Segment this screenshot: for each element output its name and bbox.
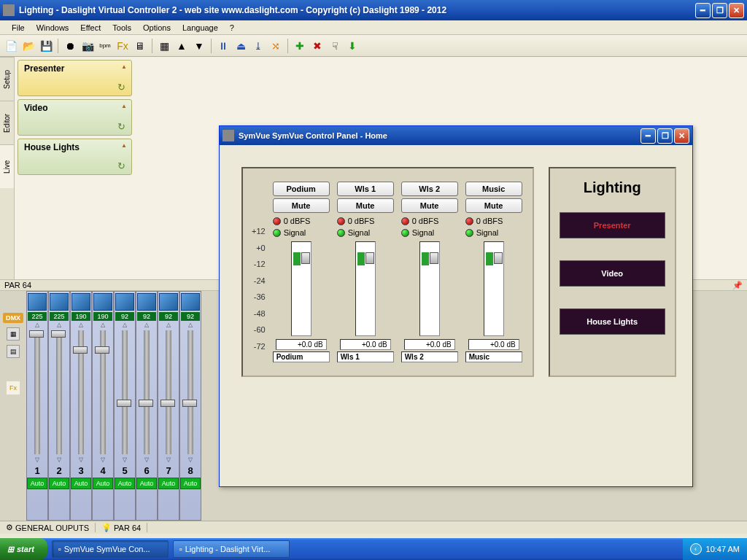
up-arrow-icon[interactable]: △ <box>79 322 83 328</box>
up-arrow-icon[interactable]: △ <box>35 322 39 328</box>
down-arrow-icon[interactable]: ▽ <box>79 456 83 463</box>
fader-knob[interactable] <box>117 400 131 407</box>
mute-button[interactable]: Mute <box>401 198 458 213</box>
palette-icon[interactable]: ▤ <box>7 345 20 358</box>
menu-effect[interactable]: Effect <box>74 22 107 34</box>
auto-button[interactable]: Auto <box>136 478 157 489</box>
lighting-preset-button[interactable]: House Lights <box>560 308 665 335</box>
down-arrow-icon[interactable]: ▽ <box>166 456 171 463</box>
rec-icon[interactable]: ⏺ <box>62 38 78 54</box>
auto-button[interactable]: Auto <box>93 478 113 489</box>
menu-file[interactable]: File <box>6 22 31 34</box>
up-arrow-icon[interactable]: △ <box>101 322 105 328</box>
lighting-preset-button[interactable]: Video <box>560 260 665 287</box>
fader-track[interactable] <box>56 330 62 454</box>
auto-button[interactable]: Auto <box>180 478 201 489</box>
mute-button[interactable]: Mute <box>337 198 394 213</box>
level-meter[interactable] <box>291 241 311 336</box>
tab-setup[interactable]: Setup <box>0 57 14 101</box>
fader-knob[interactable] <box>29 330 44 338</box>
cam-icon[interactable]: 📷 <box>80 38 96 54</box>
refresh-icon[interactable]: ↻ <box>117 160 125 171</box>
tray-expand-icon[interactable]: ‹ <box>690 543 702 555</box>
up-arrow-icon[interactable]: △ <box>57 322 61 328</box>
fader-track[interactable] <box>34 330 40 454</box>
eject-icon[interactable]: ⏏ <box>233 38 249 54</box>
auto-button[interactable]: Auto <box>27 478 47 489</box>
shuffle-icon[interactable]: ⤭ <box>268 38 284 54</box>
menu-windows[interactable]: Windows <box>31 22 75 34</box>
level-meter[interactable] <box>484 241 504 336</box>
menu-help[interactable]: ? <box>224 22 240 34</box>
fx-icon[interactable]: Fx <box>115 38 131 54</box>
tab-par64[interactable]: 💡PAR 64 <box>96 523 147 532</box>
add-icon[interactable]: ✚ <box>292 38 308 54</box>
channel-select-button[interactable]: Wls 1 <box>337 182 394 196</box>
channel-name-field[interactable]: Wls 1 <box>337 351 394 362</box>
refresh-icon[interactable]: ↻ <box>117 121 125 132</box>
up-arrow-icon[interactable]: △ <box>144 322 149 328</box>
channel-name-field[interactable]: Wls 2 <box>401 351 458 362</box>
down-icon[interactable]: ▼ <box>191 38 207 54</box>
pointer-icon[interactable]: ☟ <box>327 38 343 54</box>
channel-select-button[interactable]: Podium <box>273 182 330 196</box>
tab-editor[interactable]: Editor <box>0 101 14 144</box>
scene-video[interactable]: Video ▲ ↻ <box>18 99 132 136</box>
arrow-down-icon[interactable]: ⬇ <box>344 38 360 54</box>
pause-icon[interactable]: ⏸ <box>215 38 231 54</box>
monitor-icon[interactable]: 🖥 <box>132 38 148 54</box>
up-icon[interactable]: ▲ <box>174 38 190 54</box>
fader-knob[interactable] <box>365 252 374 264</box>
tab-general-outputs[interactable]: ⚙GENERAL OUPUTS <box>0 523 96 532</box>
refresh-icon[interactable]: ↻ <box>117 82 125 93</box>
fader-knob[interactable] <box>182 400 197 407</box>
level-meter[interactable] <box>355 241 376 336</box>
start-button[interactable]: ⊞ start <box>0 538 47 560</box>
fader-knob[interactable] <box>139 400 153 407</box>
pin-icon[interactable]: 📌 <box>732 281 743 290</box>
up-arrow-icon[interactable]: △ <box>188 322 193 328</box>
scene-house-lights[interactable]: House Lights ▲ ↻ <box>18 139 132 175</box>
tab-live[interactable]: Live <box>0 144 14 188</box>
fader-knob[interactable] <box>494 252 503 264</box>
lighting-preset-button[interactable]: Presenter <box>560 212 665 238</box>
scene-presenter[interactable]: Presenter ▲ ↻ <box>18 60 132 96</box>
channel-select-button[interactable]: Wls 2 <box>401 182 458 196</box>
save-icon[interactable]: 💾 <box>38 38 54 54</box>
download-icon[interactable]: ⤓ <box>250 38 266 54</box>
auto-button[interactable]: Auto <box>49 478 69 489</box>
new-icon[interactable]: 📄 <box>3 38 19 54</box>
layer-icon[interactable]: ▦ <box>156 38 172 54</box>
fader-knob[interactable] <box>430 252 438 264</box>
bpm-icon[interactable]: bpm <box>97 38 113 54</box>
down-arrow-icon[interactable]: ▽ <box>188 456 193 463</box>
remove-icon[interactable]: ✖ <box>309 38 325 54</box>
down-arrow-icon[interactable]: ▽ <box>123 456 127 463</box>
menu-language[interactable]: Language <box>177 22 224 34</box>
down-arrow-icon[interactable]: ▽ <box>57 456 61 463</box>
auto-button[interactable]: Auto <box>158 478 179 489</box>
fader-knob[interactable] <box>160 400 175 407</box>
up-arrow-icon[interactable]: △ <box>123 322 127 328</box>
fader-track[interactable] <box>166 330 171 454</box>
down-arrow-icon[interactable]: ▽ <box>144 456 149 463</box>
minimize-button[interactable]: ━ <box>695 3 711 18</box>
fader-track[interactable] <box>187 330 193 454</box>
task-symvue[interactable]: ▫SymVue SymVue Con... <box>52 540 169 558</box>
auto-button[interactable]: Auto <box>71 478 91 489</box>
fx-button[interactable]: Fx <box>7 381 20 394</box>
fader-knob[interactable] <box>51 330 66 338</box>
sv-minimize-button[interactable]: ━ <box>640 128 656 144</box>
sv-close-button[interactable]: ✕ <box>674 128 689 144</box>
auto-button[interactable]: Auto <box>115 478 135 489</box>
fader-knob[interactable] <box>95 346 109 354</box>
task-lighting[interactable]: ▫Lighting - Daslight Virt... <box>173 540 290 558</box>
menu-options[interactable]: Options <box>137 22 177 34</box>
channel-name-field[interactable]: Podium <box>273 351 330 362</box>
fader-track[interactable] <box>122 330 128 454</box>
open-icon[interactable]: 📂 <box>20 38 36 54</box>
down-arrow-icon[interactable]: ▽ <box>35 456 39 463</box>
mute-button[interactable]: Mute <box>465 198 522 213</box>
menu-tools[interactable]: Tools <box>107 22 137 34</box>
maximize-button[interactable]: ❐ <box>712 3 727 18</box>
